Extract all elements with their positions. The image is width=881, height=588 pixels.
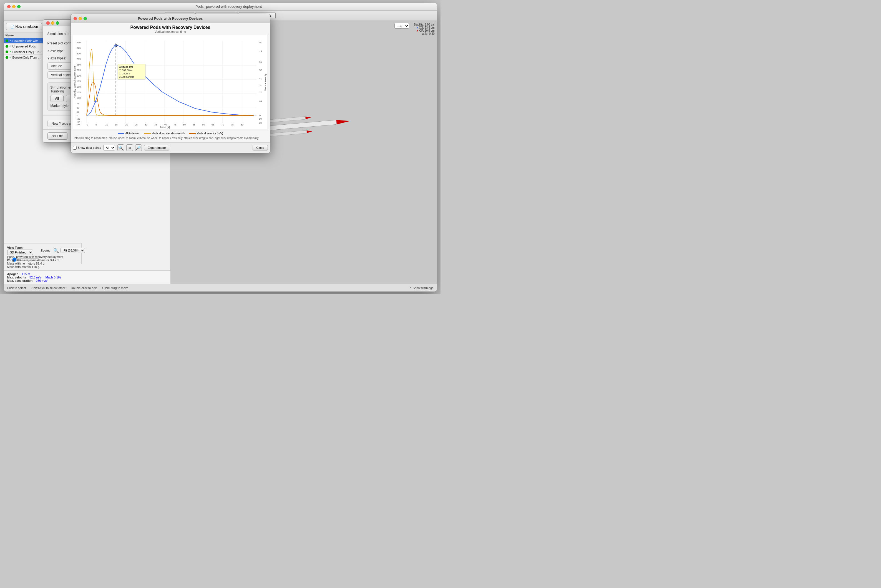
titlebar: Pods--powered with recovery deployment <box>4 3 437 10</box>
config-select[interactable]: ...3] <box>394 23 409 28</box>
main-window: Pods--powered with recovery deployment R… <box>4 3 437 291</box>
svg-text:250: 250 <box>76 63 81 66</box>
chart-max-traffic[interactable] <box>84 17 87 20</box>
svg-text:-50: -50 <box>76 121 80 123</box>
all-button[interactable]: All <box>51 95 64 102</box>
legend-accel: Vertical acceleration (m/s²) <box>144 132 184 135</box>
svg-text:50: 50 <box>183 123 186 126</box>
dialog-min-traffic[interactable] <box>51 21 54 25</box>
status-bar: Click to select Shift+click to select ot… <box>4 284 437 291</box>
svg-text:20: 20 <box>125 123 128 126</box>
rocket-length: Length 80,6 cm, max. diameter 3,4 cm <box>7 258 79 262</box>
svg-text:200: 200 <box>76 74 81 77</box>
show-data-points-checkbox[interactable] <box>73 146 76 150</box>
svg-text:75: 75 <box>76 102 79 105</box>
svg-text:Altitude; Vertical acceleratio: Altitude; Vertical acceleration <box>73 66 76 98</box>
max-velocity-label: Max. velocity <box>7 276 26 279</box>
stability-value: Stability: 1,98 cal <box>414 23 435 26</box>
edit-back-button[interactable]: << Edit <box>48 132 67 140</box>
svg-text:30: 30 <box>259 84 262 87</box>
svg-text:35: 35 <box>154 123 157 126</box>
hint-click: Click to select <box>7 286 26 290</box>
legend-accel-label: Vertical acceleration (m/s²) <box>152 132 184 135</box>
legend-altitude-line <box>118 133 124 134</box>
show-data-points-label: Show data points <box>78 146 101 149</box>
svg-text:275: 275 <box>76 58 81 60</box>
config-dropdown[interactable]: ...3] <box>394 23 409 28</box>
svg-text:300: 300 <box>76 52 81 55</box>
chart-body: Powered Pods with Recovery Devices Verti… <box>71 23 270 142</box>
zoom-in-button[interactable]: 🔍 <box>117 144 124 151</box>
zoom-icon[interactable]: 🔍 <box>53 248 59 253</box>
chart-svg: 350 325 300 275 250 225 200 175 150 125 … <box>73 35 268 129</box>
zoom-select[interactable]: Fit (33,3%) <box>60 248 85 253</box>
dialog-traffic-lights <box>46 21 59 25</box>
cg-value: CG: 53,8 cm <box>419 26 435 29</box>
svg-text:150: 150 <box>76 86 81 88</box>
svg-text:65: 65 <box>211 123 214 126</box>
view-type-label: View Type: <box>7 246 23 249</box>
chart-min-traffic[interactable] <box>79 17 82 20</box>
svg-text:175: 175 <box>76 80 81 83</box>
svg-text:45: 45 <box>174 123 177 126</box>
show-data-points[interactable]: Show data points <box>73 146 101 150</box>
dialog-close-traffic[interactable] <box>46 21 50 25</box>
svg-text:100: 100 <box>76 97 81 99</box>
hint-shift: Shift+click to select other <box>31 286 65 290</box>
svg-text:0: 0 <box>259 114 261 117</box>
show-warnings-label: Show warnings <box>413 286 433 290</box>
apogee-panel: Apogee 115 m Max. velocity 52,6 m/s (Mac… <box>4 270 171 284</box>
svg-text:50: 50 <box>259 69 262 72</box>
svg-text:Vertical velocity: Vertical velocity <box>264 73 267 91</box>
svg-text:75: 75 <box>231 123 234 126</box>
zoom-out-button[interactable]: 🔎 <box>135 144 142 151</box>
export-image-button[interactable]: Export Image <box>144 145 169 150</box>
checkmark-icon: ✓ <box>409 286 412 290</box>
legend-altitude: Altitude (m) <box>118 132 139 135</box>
svg-text:Time (s): Time (s) <box>160 126 169 129</box>
chart-close-button[interactable]: Close <box>253 145 268 150</box>
chart-area[interactable]: 350 325 300 275 250 225 200 175 150 125 … <box>73 35 268 129</box>
show-warnings-toggle[interactable]: ✓ Show warnings <box>409 286 433 290</box>
svg-text:10: 10 <box>259 99 262 102</box>
svg-text:125: 125 <box>76 91 81 94</box>
svg-text:70: 70 <box>221 123 224 126</box>
svg-text:5: 5 <box>96 123 97 126</box>
legend-velocity-label: Vertical velocity (m/s) <box>197 132 223 135</box>
apogee-label: Apogee <box>7 272 18 276</box>
svg-text:0: 0 <box>76 114 78 117</box>
svg-text:-75: -75 <box>76 124 80 127</box>
zoom-fit-button[interactable]: ⊞ <box>126 144 133 151</box>
svg-text:60: 60 <box>202 123 205 126</box>
dialog-max-traffic[interactable] <box>56 21 59 25</box>
rocket-mass-no-motors: Mass with no motors 89,4 g <box>7 262 79 265</box>
legend-velocity: Vertical velocity (m/s) <box>189 132 223 135</box>
chart-titlebar: Powered Pods with Recovery Devices <box>71 14 270 23</box>
new-simulation-button[interactable]: 📄 New simulation <box>6 23 42 30</box>
svg-text:30: 30 <box>145 123 147 126</box>
stability-panel: Stability: 1,98 cal ● CG: 53,8 cm ● CP: … <box>414 23 435 35</box>
svg-text:60: 60 <box>259 60 262 63</box>
svg-text:75: 75 <box>259 50 262 52</box>
svg-text:50: 50 <box>76 106 79 109</box>
rocket-mass-motors: Mass with motors 118 g <box>7 265 79 268</box>
svg-text:350: 350 <box>76 41 81 44</box>
svg-text:90: 90 <box>259 41 262 44</box>
svg-text:Altitude (m): Altitude (m) <box>119 66 133 68</box>
close-button[interactable] <box>7 5 10 8</box>
chart-footer: Show data points All 🔍 ⊞ 🔎 Export Image … <box>71 142 270 153</box>
hint-drag: Click+drag to move <box>102 286 128 290</box>
chart-subtitle: Vertical motion vs. time <box>73 30 268 33</box>
svg-text:0: 0 <box>87 123 88 126</box>
apogee-value: 115 m <box>22 272 30 276</box>
chart-legend: Altitude (m) Vertical acceleration (m/s²… <box>73 130 268 136</box>
all-select[interactable]: All <box>103 145 115 150</box>
svg-rect-9 <box>73 38 268 127</box>
svg-text:20: 20 <box>259 91 262 94</box>
chart-close-traffic[interactable] <box>73 17 77 20</box>
status-hints: Click to select Shift+click to select ot… <box>7 286 129 290</box>
minimize-button[interactable] <box>12 5 15 8</box>
maximize-button[interactable] <box>17 5 21 8</box>
svg-text:15: 15 <box>115 123 118 126</box>
svg-text:X: 15,58 s: X: 15,58 s <box>119 72 130 75</box>
